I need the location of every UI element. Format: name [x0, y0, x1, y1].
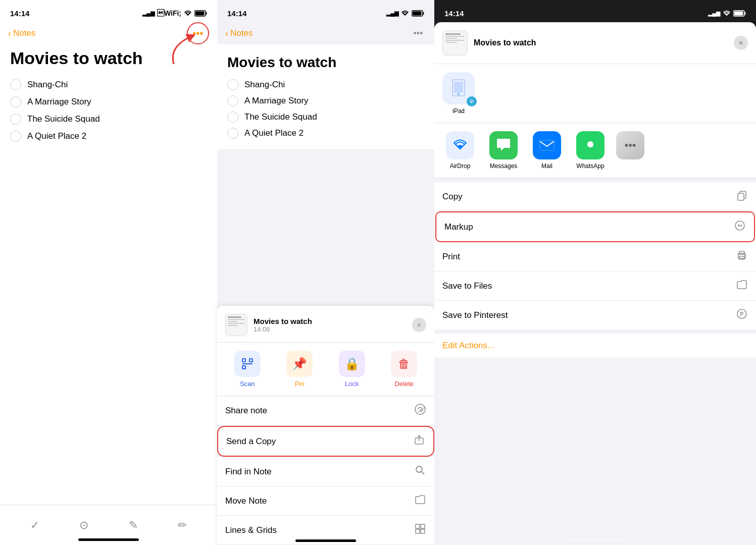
checklist-1: Shang-Chi A Marriage Story The Suicide S…	[0, 76, 217, 145]
svg-rect-23	[454, 82, 463, 93]
share-thumb-line-title	[445, 33, 461, 35]
checklist2-item-3: The Suicide Squad	[227, 109, 424, 125]
check2-label-4: A Quiet Place 2	[244, 128, 304, 138]
share-thumb-line-4	[445, 42, 457, 43]
find-in-note-label: Find in Note	[225, 467, 272, 477]
check-circle-3[interactable]	[10, 114, 21, 125]
messages-app-item[interactable]: Messages	[486, 131, 521, 170]
airdrop-ipad[interactable]: iPad	[442, 72, 475, 115]
save-files-action-row[interactable]: Save to Files	[434, 271, 756, 301]
lock-label: Lock	[345, 380, 359, 388]
svg-rect-4	[423, 12, 424, 15]
send-copy-item[interactable]: Send a Copy	[217, 426, 434, 457]
thumb-line-4	[228, 325, 238, 326]
svg-rect-26	[540, 140, 554, 150]
time-3: 14:14	[444, 9, 464, 18]
status-icons-1: ▂▄▆ WiFi;	[142, 9, 207, 17]
copy-action-row[interactable]: Copy	[434, 182, 756, 211]
toolbar-checkmark-icon[interactable]: ✓	[30, 519, 39, 532]
action-sheet-header: Movies to watch 14:08 ×	[217, 306, 434, 343]
delete-icon: 🗑	[398, 357, 410, 371]
note-title-1: Movies to watch	[0, 44, 217, 76]
check2-circle-2[interactable]	[227, 95, 238, 106]
print-action-row[interactable]: Print	[434, 242, 756, 271]
check2-circle-1[interactable]	[227, 79, 238, 90]
header-note-info: Movies to watch 14:08	[254, 317, 406, 333]
check2-circle-3[interactable]	[227, 112, 238, 123]
delete-action[interactable]: 🗑 Delete	[391, 351, 417, 388]
checklist-item-3: The Suicide Squad	[0, 111, 217, 128]
status-bar-1: 14:14 ▂▄▆ WiFi;	[0, 0, 217, 22]
scan-icon	[241, 357, 254, 370]
share-note-item[interactable]: Share note	[217, 396, 434, 425]
check-label-4: A Quiet Place 2	[27, 131, 86, 141]
wifi-icon-svg-2	[401, 10, 409, 16]
status-bar-2: 14:14 ▂▄▆	[217, 0, 434, 22]
status-icons-3: ▂▄▆	[708, 10, 746, 17]
back-button-1[interactable]: ‹ Notes	[8, 28, 35, 39]
checklist-item-4: A Quiet Place 2	[0, 128, 217, 145]
whatsapp-app-item[interactable]: WhatsApp	[573, 131, 608, 170]
save-pinterest-action-row[interactable]: Save to Pinterest P	[434, 301, 756, 330]
delete-icon-box: 🗑	[391, 351, 417, 377]
thumb-line-2	[228, 321, 238, 322]
toolbar-camera-icon[interactable]: ⊙	[79, 519, 88, 532]
copy-label: Copy	[442, 192, 463, 202]
edit-actions-section: Edit Actions...	[434, 334, 756, 358]
share-sheet: Movies to watch ×	[434, 22, 756, 545]
svg-rect-30	[738, 193, 744, 200]
more-app-item[interactable]: •••	[616, 131, 644, 170]
mail-app-item[interactable]: Mail	[529, 131, 565, 170]
toolbar-markup-icon[interactable]: ✎	[129, 519, 138, 532]
svg-rect-8	[242, 366, 245, 369]
svg-rect-21	[734, 11, 743, 15]
airdrop-section: iPad	[434, 64, 756, 123]
check2-circle-4[interactable]	[227, 128, 238, 139]
toolbar-compose-icon[interactable]: ✏	[178, 519, 187, 532]
share-close-button[interactable]: ×	[734, 36, 748, 50]
scan-icon-box	[234, 351, 261, 377]
scan-action[interactable]: Scan	[234, 351, 261, 388]
checklist2-item-4: A Quiet Place 2	[227, 125, 424, 141]
svg-point-11	[421, 409, 423, 411]
move-note-item[interactable]: Move Note	[217, 486, 434, 516]
battery-icon-2	[412, 10, 424, 17]
find-in-note-item[interactable]: Find in Note	[217, 457, 434, 486]
back-label-2: Notes	[230, 28, 253, 38]
back-chevron-2: ‹	[225, 28, 228, 39]
thumb-line-3	[228, 323, 245, 324]
airdrop-app-item[interactable]: AirDrop	[442, 131, 478, 170]
more-button-1[interactable]: •••	[187, 22, 209, 44]
time-2: 14:14	[227, 9, 246, 18]
markup-action-row[interactable]: Markup	[435, 211, 755, 242]
panel-share: 14:14 ▂▄▆ Movies to watch ×	[434, 0, 756, 545]
edit-actions-label[interactable]: Edit Actions...	[442, 341, 494, 350]
more-button-2[interactable]: •••	[410, 25, 426, 41]
pin-icon-box: 📌	[286, 351, 313, 377]
share-actions: Copy Markup Print Save	[434, 182, 756, 330]
lock-action[interactable]: 🔒 Lock	[339, 351, 365, 388]
close-sheet-button[interactable]: ×	[412, 318, 426, 332]
svg-rect-17	[416, 529, 420, 533]
mail-app-icon	[533, 131, 561, 159]
svg-rect-16	[421, 524, 425, 528]
check-circle-4[interactable]	[10, 131, 21, 142]
home-indicator-3	[565, 538, 626, 541]
back-button-2[interactable]: ‹ Notes	[225, 28, 253, 39]
move-note-label: Move Note	[225, 496, 267, 506]
panel-note-action: 14:14 ▂▄▆ ‹ Notes ••• Movies to watch Sh…	[217, 0, 434, 545]
check-circle-1[interactable]	[10, 79, 21, 90]
save-files-icon	[736, 279, 748, 293]
airdrop-app-icon	[446, 131, 474, 159]
pin-action[interactable]: 📌 Pin	[286, 351, 313, 388]
share-note-icon	[414, 403, 426, 418]
svg-rect-7	[249, 359, 253, 362]
svg-point-10	[415, 404, 425, 414]
share-note-label: Share note	[225, 406, 267, 416]
send-copy-icon	[413, 434, 425, 449]
svg-rect-5	[413, 11, 422, 15]
markup-icon	[734, 220, 746, 234]
check-circle-2[interactable]	[10, 96, 21, 107]
share-thumbnail	[442, 30, 468, 56]
whatsapp-app-label: WhatsApp	[576, 162, 604, 170]
